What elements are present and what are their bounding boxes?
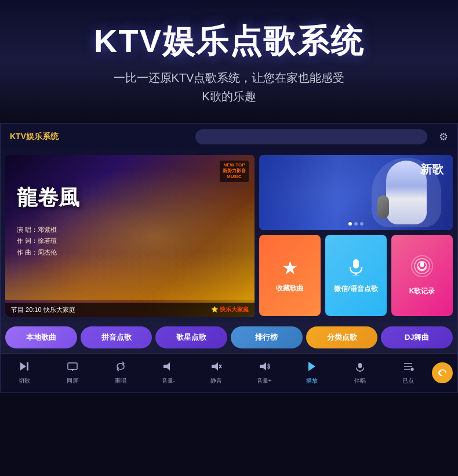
bottom-toolbar: 切歌 同屏 重唱 <box>1 353 457 392</box>
svg-marker-18 <box>308 362 315 371</box>
record-label: K歌记录 <box>409 286 435 296</box>
hero-subtitle-line2: K歌的乐趣 <box>12 87 446 106</box>
quick-actions: ★ 收藏歌曲 微信/语音点歌 <box>259 235 453 316</box>
credit-compose: 作 曲：周杰伦 <box>17 247 57 259</box>
hero-subtitle-line1: 一比一还原KTV点歌系统，让您在家也能感受 <box>12 68 446 87</box>
repeat-button[interactable]: 重唱 <box>96 358 144 387</box>
svg-rect-10 <box>68 363 77 369</box>
cat-local-button[interactable]: 本地歌曲 <box>5 326 77 348</box>
svg-marker-14 <box>212 362 218 370</box>
app-header: KTV娱乐系统 ⚙ <box>1 123 457 150</box>
svg-marker-8 <box>20 362 26 370</box>
accompany-label: 伴唱 <box>354 377 366 385</box>
repeat-icon <box>115 361 126 375</box>
svg-point-24 <box>411 368 413 370</box>
bottom-left: 节目 20:10 快乐大家庭 <box>11 306 75 314</box>
back-button[interactable] <box>432 362 453 383</box>
dot-1 <box>348 222 352 226</box>
record-icon <box>410 255 434 282</box>
cut-icon <box>19 361 30 375</box>
svg-marker-13 <box>163 362 170 370</box>
bottom-right: ⭐ 快乐大家庭 <box>211 306 249 314</box>
video-credits: 演 唱：邓紫棋 作 词：徐若瑄 作 曲：周杰伦 <box>17 224 57 259</box>
hero-section: KTV娱乐点歌系统 一比一还原KTV点歌系统，让您在家也能感受 K歌的乐趣 <box>0 0 458 123</box>
credit-lyric: 作 词：徐若瑄 <box>17 235 57 247</box>
video-panel: NEW TOP 新势力影音 MUSIC 龍卷風 演 唱：邓紫棋 作 词：徐若瑄 … <box>5 155 255 317</box>
new-song-banner: 新歌 <box>259 155 453 230</box>
wechat-label: 微信/语音点歌 <box>334 284 377 294</box>
queued-icon <box>402 361 414 375</box>
accompany-icon <box>354 361 366 375</box>
right-panel: 新歌 ★ 收藏歌曲 <box>259 155 453 317</box>
screen-button[interactable]: 同屏 <box>49 358 97 387</box>
favorites-button[interactable]: ★ 收藏歌曲 <box>259 235 321 316</box>
settings-icon[interactable]: ⚙ <box>439 130 448 143</box>
cat-star-button[interactable]: 歌星点歌 <box>155 326 227 348</box>
play-label: 播放 <box>306 377 318 385</box>
cut-song-button[interactable]: 切歌 <box>1 358 49 387</box>
app-logo: KTV娱乐系统 <box>10 132 59 142</box>
screen-label: 同屏 <box>67 377 78 385</box>
new-song-label: 新歌 <box>420 162 444 177</box>
svg-rect-9 <box>27 362 28 370</box>
dots-indicator <box>348 222 364 226</box>
dot-3 <box>360 222 364 226</box>
dot-2 <box>354 222 358 226</box>
search-bar[interactable] <box>195 129 427 144</box>
stage-lights <box>5 253 255 300</box>
wechat-button[interactable]: 微信/语音点歌 <box>325 235 387 316</box>
cut-label: 切歌 <box>19 377 30 385</box>
cat-pinyin-button[interactable]: 拼音点歌 <box>81 326 152 348</box>
mute-button[interactable]: 静音 <box>192 358 241 387</box>
cat-rank-button[interactable]: 排行榜 <box>231 326 303 348</box>
mute-label: 静音 <box>210 377 222 385</box>
record-button[interactable]: K歌记录 <box>391 235 453 316</box>
play-icon <box>306 361 318 375</box>
queued-button[interactable]: 已点 <box>384 358 432 387</box>
accompany-button[interactable]: 伴唱 <box>336 358 384 387</box>
favorites-label: 收藏歌曲 <box>276 284 304 293</box>
app-container: KTV娱乐系统 ⚙ NEW TOP 新势力影音 MUSIC 龍卷風 演 唱：邓紫… <box>0 123 458 393</box>
vol-up-label: 音量+ <box>257 377 272 385</box>
mute-icon <box>210 361 222 375</box>
svg-rect-0 <box>353 259 359 268</box>
svg-rect-19 <box>358 363 362 368</box>
credit-singer: 演 唱：邓紫棋 <box>17 224 57 236</box>
screen-icon <box>67 361 78 375</box>
queued-label: 已点 <box>402 377 414 385</box>
main-content: NEW TOP 新势力影音 MUSIC 龍卷風 演 唱：邓紫棋 作 词：徐若瑄 … <box>1 150 457 322</box>
vol-down-icon <box>162 361 174 375</box>
cat-category-button[interactable]: 分类点歌 <box>306 326 378 348</box>
vol-down-label: 音量- <box>162 377 175 385</box>
repeat-label: 重唱 <box>115 377 126 385</box>
svg-rect-6 <box>420 261 424 267</box>
cat-dj-button[interactable]: DJ舞曲 <box>381 326 453 348</box>
video-bottom-bar: 节目 20:10 快乐大家庭 ⭐ 快乐大家庭 <box>5 303 255 317</box>
vol-up-icon <box>259 361 270 375</box>
svg-marker-17 <box>260 362 266 370</box>
favorites-icon: ★ <box>282 257 299 279</box>
vol-down-button[interactable]: 音量- <box>144 358 192 387</box>
video-song-title: 龍卷風 <box>17 184 79 212</box>
category-nav: 本地歌曲 拼音点歌 歌星点歌 排行榜 分类点歌 DJ舞曲 <box>1 322 457 353</box>
play-button[interactable]: 播放 <box>288 358 336 387</box>
wechat-icon <box>347 257 365 279</box>
hero-title: KTV娱乐点歌系统 <box>12 23 446 59</box>
vol-up-button[interactable]: 音量+ <box>240 358 288 387</box>
video-logo: NEW TOP 新势力影音 MUSIC <box>220 161 249 182</box>
